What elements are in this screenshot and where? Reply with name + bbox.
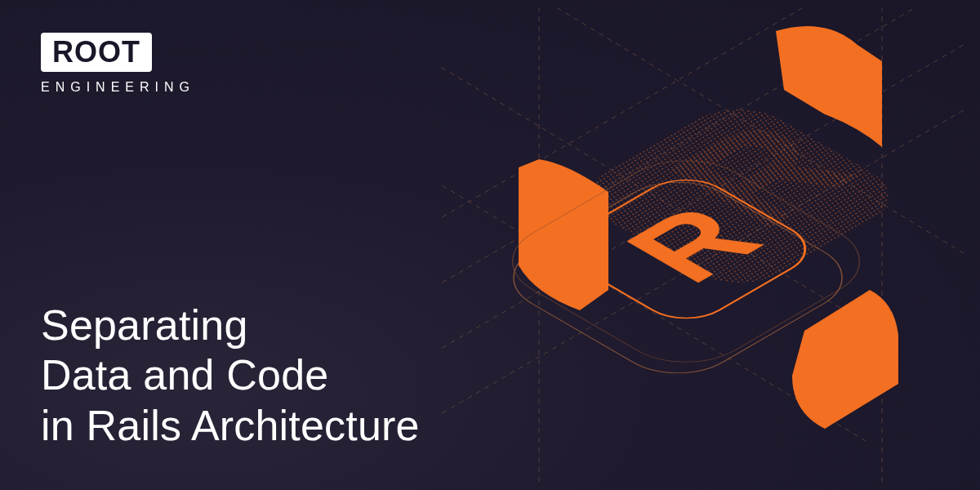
- brand-logo: ROOT: [41, 33, 152, 72]
- brand-subtitle: ENGINEERING: [41, 80, 195, 95]
- headline-line-2: Data and Code: [41, 350, 420, 400]
- isometric-illustration: R R: [441, 8, 964, 482]
- headline: Separating Data and Code in Rails Archit…: [41, 301, 420, 451]
- brand-block: ROOT ENGINEERING: [41, 33, 195, 95]
- hero-container: ROOT ENGINEERING Separating Data and Cod…: [0, 0, 980, 490]
- headline-line-1: Separating: [41, 301, 420, 350]
- headline-line-3: in Rails Architecture: [41, 401, 420, 451]
